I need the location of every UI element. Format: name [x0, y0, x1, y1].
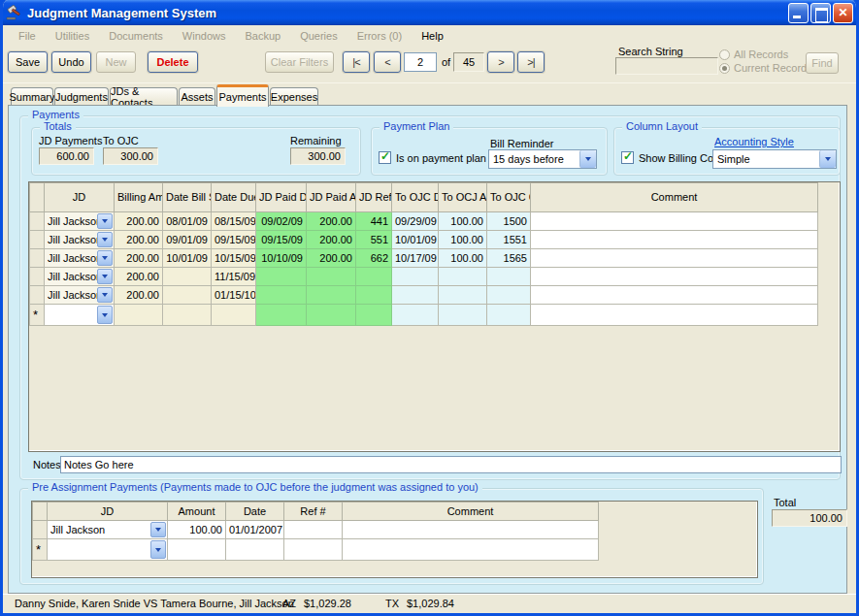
jd-ref-cell[interactable]: 441 — [356, 212, 392, 231]
to-ojc-date-cell[interactable] — [392, 305, 439, 326]
comment-cell[interactable] — [531, 231, 818, 249]
col-header-date-due[interactable]: Date Due — [212, 183, 256, 212]
nav-prev-button[interactable]: < — [374, 51, 401, 73]
col-header-jd-paid-amount[interactable]: JD Paid Amount — [307, 183, 356, 212]
menu-utilities[interactable]: Utilities — [46, 27, 99, 45]
menu-file[interactable]: File — [9, 27, 46, 45]
jd-cell[interactable]: Jill Jackson — [45, 231, 115, 249]
col-header-billing-amount[interactable]: Billing Amount — [115, 183, 163, 212]
date-bill-sent-cell[interactable] — [163, 305, 212, 326]
chevron-down-icon[interactable] — [97, 213, 113, 229]
col-header-jd-paid-date[interactable]: JD Paid Date — [256, 183, 307, 212]
ref-cell[interactable] — [284, 539, 343, 561]
chevron-down-icon[interactable] — [819, 150, 836, 168]
jd-cell[interactable]: Jill Jackson — [48, 521, 168, 539]
undo-button[interactable]: Undo — [51, 51, 91, 73]
amount-cell[interactable]: 100.00 — [168, 521, 226, 539]
chevron-down-icon[interactable] — [97, 232, 113, 247]
comment-cell[interactable] — [531, 305, 818, 326]
find-button[interactable]: Find — [806, 52, 839, 74]
clear-filters-button[interactable]: Clear Filters — [265, 51, 334, 73]
jd-paid-date-cell[interactable] — [256, 286, 307, 305]
col-header-to-ojc-chk[interactable]: To OJC Chk # — [487, 183, 531, 212]
menu-backup[interactable]: Backup — [235, 27, 290, 45]
row-selector[interactable] — [30, 286, 45, 305]
jd-paid-date-cell[interactable]: 09/15/09 — [256, 231, 307, 249]
comment-cell[interactable] — [343, 521, 599, 539]
jd-cell[interactable] — [48, 539, 168, 561]
date-due-cell[interactable]: 09/15/09 — [212, 231, 256, 249]
to-ocj-amount-cell[interactable]: 100.00 — [439, 249, 487, 268]
save-button[interactable]: Save — [8, 51, 48, 73]
col-header-date-bill-sent[interactable]: Date Bill Sent — [163, 183, 212, 212]
tab-expenses[interactable]: Expenses — [270, 87, 318, 105]
date-bill-sent-cell[interactable] — [163, 286, 212, 305]
row-selector[interactable] — [30, 212, 45, 231]
col-header-date[interactable]: Date — [226, 503, 284, 521]
new-record-selector[interactable]: * — [30, 305, 45, 326]
row-selector[interactable] — [30, 249, 45, 268]
chevron-down-icon[interactable] — [97, 269, 113, 284]
date-due-cell[interactable]: 08/15/09 — [212, 212, 256, 231]
date-bill-sent-cell[interactable]: 09/01/09 — [163, 231, 212, 249]
nav-last-button[interactable]: >| — [517, 51, 545, 73]
date-due-cell[interactable]: 01/15/10 — [212, 286, 256, 305]
radio-current-records[interactable]: Current Records — [719, 62, 812, 74]
radio-all-records[interactable]: All Records — [719, 49, 788, 60]
maximize-button[interactable] — [810, 3, 831, 23]
tab-judgments[interactable]: Judgments — [54, 87, 109, 105]
chevron-down-icon[interactable] — [150, 540, 166, 559]
to-ocj-amount-cell[interactable]: 100.00 — [439, 231, 487, 249]
to-ocj-amount-cell[interactable] — [439, 305, 487, 326]
nav-next-button[interactable]: > — [487, 51, 514, 73]
col-header-amount[interactable]: Amount — [168, 503, 226, 521]
notes-input[interactable] — [60, 456, 842, 473]
comment-cell[interactable] — [531, 286, 818, 305]
jd-ref-cell[interactable] — [356, 268, 392, 286]
minimize-button[interactable] — [788, 3, 809, 23]
to-ojc-chk-cell[interactable]: 1565 — [487, 249, 531, 268]
chevron-down-icon[interactable] — [150, 522, 166, 537]
jd-paid-date-cell[interactable] — [256, 268, 307, 286]
billing-amount-cell[interactable]: 200.00 — [115, 231, 163, 249]
accounting-style-link[interactable]: Accounting Style — [714, 136, 794, 147]
jd-ref-cell[interactable] — [356, 286, 392, 305]
date-cell[interactable]: 01/01/2007 — [226, 521, 284, 539]
billing-amount-cell[interactable]: 200.00 — [115, 212, 163, 231]
date-bill-sent-cell[interactable] — [163, 268, 212, 286]
menu-queries[interactable]: Queries — [290, 27, 347, 45]
date-bill-sent-cell[interactable]: 08/01/09 — [163, 212, 212, 231]
row-selector[interactable] — [33, 521, 48, 539]
jd-cell[interactable]: Jill Jackson — [45, 249, 115, 268]
date-due-cell[interactable]: 11/15/09 — [212, 268, 256, 286]
to-ojc-date-cell[interactable] — [392, 286, 439, 305]
to-ojc-chk-cell[interactable] — [487, 268, 531, 286]
chevron-down-icon[interactable] — [97, 306, 113, 324]
nav-first-button[interactable]: |< — [343, 51, 370, 73]
jd-cell[interactable]: Jill Jackson — [45, 286, 115, 305]
row-selector[interactable] — [30, 268, 45, 286]
date-bill-sent-cell[interactable]: 10/01/09 — [163, 249, 212, 268]
jd-paid-amount-cell[interactable]: 200.00 — [307, 231, 356, 249]
date-due-cell[interactable]: 10/15/09 — [212, 249, 256, 268]
col-header-comment[interactable]: Comment — [343, 503, 599, 521]
to-ojc-date-cell[interactable]: 10/17/09 — [392, 249, 439, 268]
to-ocj-amount-cell[interactable]: 100.00 — [439, 212, 487, 231]
billing-amount-cell[interactable]: 200.00 — [115, 268, 163, 286]
to-ojc-chk-cell[interactable] — [487, 286, 531, 305]
comment-cell[interactable] — [531, 268, 818, 286]
menu-errors[interactable]: Errors (0) — [347, 27, 412, 45]
ref-cell[interactable] — [284, 521, 343, 539]
jd-cell[interactable]: Jill Jackson — [45, 268, 115, 286]
jd-ref-cell[interactable] — [356, 305, 392, 326]
jd-paid-date-cell[interactable]: 09/02/09 — [256, 212, 307, 231]
col-header-to-ocj-amount[interactable]: To OCJ Amount — [439, 183, 487, 212]
menu-documents[interactable]: Documents — [99, 27, 173, 45]
search-string-input[interactable] — [615, 57, 718, 75]
comment-cell[interactable] — [343, 539, 599, 561]
jd-cell[interactable] — [45, 305, 115, 326]
tab-assets[interactable]: Assets — [179, 87, 215, 105]
to-ojc-chk-cell[interactable]: 1551 — [487, 231, 531, 249]
col-header-ref[interactable]: Ref # — [284, 503, 343, 521]
bill-reminder-dropdown[interactable]: 15 days before — [488, 149, 597, 169]
